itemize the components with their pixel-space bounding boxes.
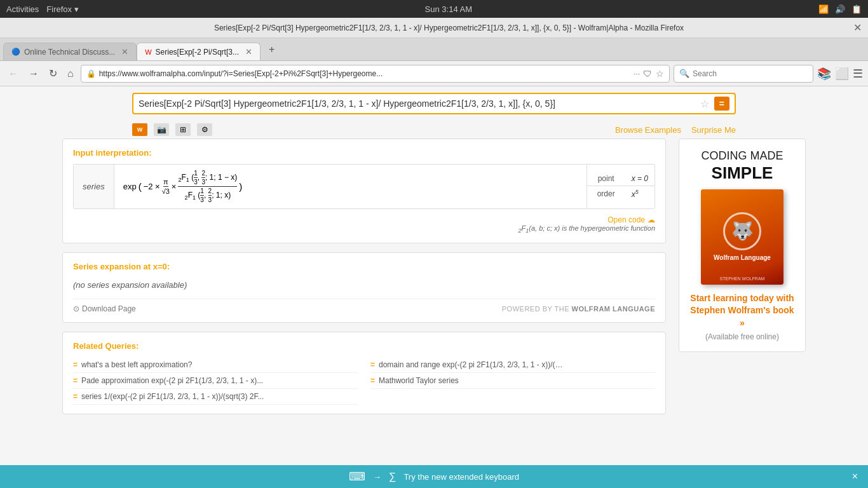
wa-search-section: Series[Exp[-2 Pi/Sqrt[3] Hypergeometric2… <box>123 93 745 114</box>
wa-input-text: Series[Exp[-2 Pi/Sqrt[3] Hypergeometric2… <box>139 98 695 109</box>
main-layout: Input interpretation: series exp ( −2 × … <box>53 139 815 423</box>
iit-order-row: order x5 <box>587 186 654 201</box>
input-interpretation-title: Input interpretation: <box>73 148 655 158</box>
new-tab-button[interactable]: + <box>264 41 280 58</box>
cloud-icon: ☁ <box>648 215 655 224</box>
iit-point-val: x = 0 <box>632 174 648 183</box>
iit-point-key: point <box>593 174 619 183</box>
download-page-link[interactable]: ⊙ Download Page <box>73 304 136 313</box>
surprise-me-link[interactable]: Surprise Me <box>691 125 736 135</box>
search-glass-icon: 🔍 <box>679 69 689 78</box>
related-item-1[interactable]: = what's a best left approximation? <box>73 357 358 373</box>
download-icon: ⊙ <box>73 304 79 313</box>
tab-2[interactable]: W Series[Exp[-2 Pi/Sqrt[3... ✕ <box>137 43 261 60</box>
ad-title-big: SIMPLE <box>689 163 795 183</box>
related-item-3-text: series 1/(exp(-(2 pi 2F1(1/3, 2/3, 1, 1 … <box>81 392 264 401</box>
math-expression: exp ( −2 × π √3 × 2F1 (13, <box>114 165 587 208</box>
home-button[interactable]: ⌂ <box>64 67 77 81</box>
system-tray-icon: 📋 <box>851 4 862 14</box>
ad-title-top: CODING MADE <box>689 149 795 163</box>
related-equals-icon-5: = <box>370 376 375 385</box>
related-item-5-text: Mathworld Taylor series <box>379 376 459 385</box>
iit-order-val: x5 <box>632 189 639 199</box>
related-queries-card: Related Queries: = what's a best left ap… <box>62 332 666 414</box>
library-icon[interactable]: 📚 <box>817 67 831 81</box>
wa-star-icon[interactable]: ☆ <box>700 98 709 110</box>
browse-examples-link[interactable]: Browse Examples <box>615 125 681 135</box>
hypergeometric-note: 2F1(a, b; c; x) is the hypergeometric fu… <box>73 224 655 234</box>
address-text: https://www.wolframalpha.com/input/?i=Se… <box>99 69 630 78</box>
related-col-left: = what's a best left approximation? = Pa… <box>73 357 358 405</box>
lock-icon: 🔒 <box>86 69 96 78</box>
nav-bar: ← → ↻ ⌂ 🔒 https://www.wolframalpha.com/i… <box>0 61 868 86</box>
os-time: Sun 3:14 AM <box>425 4 472 14</box>
tab-2-label: Series[Exp[-2 Pi/Sqrt[3... <box>156 48 239 57</box>
sidebar-icon[interactable]: ⬜ <box>835 67 849 81</box>
related-item-4[interactable]: = domain and range exp(-(2 pi 2F1(1/3, 2… <box>370 357 655 373</box>
book-author-text: STEPHEN WOLFRAM <box>720 276 765 281</box>
address-bar[interactable]: 🔒 https://www.wolframalpha.com/input/?i=… <box>81 65 670 83</box>
firefox-label[interactable]: Firefox ▾ <box>46 4 78 14</box>
related-equals-icon-4: = <box>370 360 375 369</box>
tab-2-favicon: W <box>145 48 151 56</box>
powered-by: POWERED BY THE WOLFRAM LANGUAGE <box>502 305 655 313</box>
wifi-icon: 📶 <box>818 4 829 14</box>
os-top-bar: Activities Firefox ▾ Sun 3:14 AM 📶 🔊 📋 <box>0 0 868 18</box>
related-col-right: = domain and range exp(-(2 pi 2F1(1/3, 2… <box>370 357 655 405</box>
wa-toolbar-left: W 📷 ⊞ ⚙ <box>132 123 212 136</box>
address-bar-icons: 🛡 ☆ <box>643 69 664 79</box>
reload-button[interactable]: ↻ <box>46 66 60 81</box>
page-content: Series[Exp[-2 Pi/Sqrt[3] Hypergeometric2… <box>0 86 868 423</box>
shield-icon: 🛡 <box>643 69 652 79</box>
related-equals-icon-3: = <box>73 392 78 401</box>
browser-close-button[interactable]: ✕ <box>853 22 862 34</box>
related-queries-title: Related Queries: <box>73 341 655 351</box>
tab-2-close[interactable]: ✕ <box>245 47 252 57</box>
series-expansion-title: Series expansion at x=0: <box>73 262 655 271</box>
bookmark-icon[interactable]: ☆ <box>656 69 664 79</box>
search-input[interactable] <box>693 69 808 78</box>
pro-icon[interactable]: ⚙ <box>197 123 212 136</box>
tab-1-favicon: 🔵 <box>11 48 20 56</box>
ad-book-cover[interactable]: 🐺 Wolfram Language STEPHEN WOLFRAM <box>701 189 783 285</box>
forward-button[interactable]: → <box>25 67 42 81</box>
ad-sub-text: (Available free online) <box>689 332 795 341</box>
download-page-text: Download Page <box>82 304 136 313</box>
wa-compute-button[interactable]: = <box>714 97 729 111</box>
related-item-3[interactable]: = series 1/(exp(-(2 pi 2F1(1/3, 2/3, 1, … <box>73 389 358 405</box>
related-item-4-text: domain and range exp(-(2 pi 2F1(1/3, 2/3… <box>379 360 562 369</box>
related-item-5[interactable]: = Mathworld Taylor series <box>370 373 655 389</box>
iit-order-key: order <box>593 189 619 198</box>
open-code-link[interactable]: Open code ☁ <box>73 215 655 224</box>
related-equals-icon-2: = <box>73 376 78 385</box>
activities-label[interactable]: Activities <box>6 4 39 14</box>
related-item-2[interactable]: = Pade approximation exp(-(2 pi 2F1(1/3,… <box>73 373 358 389</box>
os-bar-left: Activities Firefox ▾ <box>6 4 79 14</box>
wa-toolbar-right: Browse Examples Surprise Me <box>615 125 736 135</box>
camera-icon[interactable]: 📷 <box>154 123 169 136</box>
volume-icon: 🔊 <box>835 4 845 14</box>
iit-params: point x = 0 order x5 <box>587 172 654 201</box>
tab-1-label: Online Technical Discuss... <box>24 48 115 57</box>
menu-icon[interactable]: ☰ <box>853 67 863 81</box>
ad-card: CODING MADE SIMPLE 🐺 Wolfram Language ST <box>679 139 806 352</box>
wolfram-alpha-logo-icon[interactable]: W <box>132 123 147 136</box>
table-icon[interactable]: ⊞ <box>175 123 191 136</box>
search-box[interactable]: 🔍 <box>674 65 813 83</box>
input-interpretation-card: Input interpretation: series exp ( −2 × … <box>62 139 666 243</box>
related-equals-icon: = <box>73 360 78 369</box>
os-bar-right: 📶 🔊 📋 <box>818 4 862 14</box>
nav-right-icons: 📚 ⬜ ☰ <box>817 67 863 81</box>
address-more-icon[interactable]: ··· <box>634 69 640 78</box>
series-expansion-card: Series expansion at x=0: (no series expa… <box>62 252 666 323</box>
tab-1[interactable]: 🔵 Online Technical Discuss... ✕ <box>3 43 137 60</box>
wa-equals-icon: = <box>719 98 724 109</box>
tabs-bar: 🔵 Online Technical Discuss... ✕ W Series… <box>0 38 868 61</box>
related-item-2-text: Pade approximation exp(-(2 pi 2F1(1/3, 2… <box>81 376 263 385</box>
book-title-text: Wolfram Language <box>714 254 771 261</box>
wa-input-icons: ☆ = <box>700 97 729 111</box>
ad-cta-text[interactable]: Start learning today with Stephen Wolfra… <box>689 292 795 330</box>
tab-1-close[interactable]: ✕ <box>121 47 128 57</box>
back-button[interactable]: ← <box>5 67 22 81</box>
series-no-expansion: (no series expansion available) <box>73 278 655 292</box>
